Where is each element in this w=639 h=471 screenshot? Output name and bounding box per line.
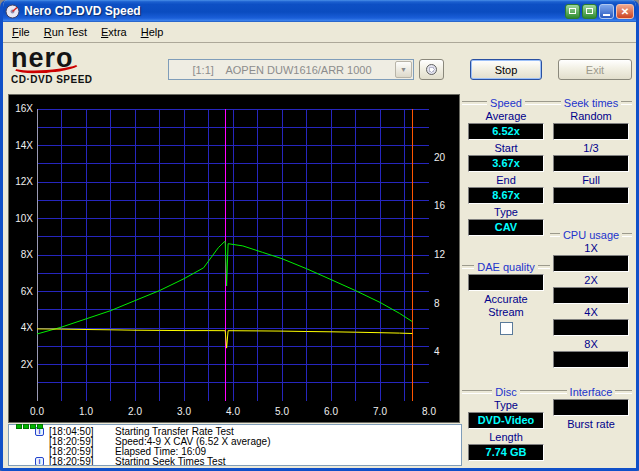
- y-axis-tick: 12X: [9, 176, 33, 187]
- burst-rate-value-box: [553, 399, 629, 416]
- cpu-label-8x: 8X: [550, 338, 632, 350]
- progress-segment: [16, 424, 22, 429]
- seek-panel-header: Seek times: [550, 96, 632, 109]
- transfer-rate-chart: 2X4X6X8X10X12X14X16X0.01.02.03.04.05.06.…: [8, 94, 460, 423]
- speed-panel-title: Speed: [490, 97, 522, 109]
- drive-select-arrow-button[interactable]: ▼: [395, 61, 412, 78]
- y2-axis-tick: 16: [434, 200, 454, 211]
- drive-select[interactable]: [1:1] AOPEN DUW1616/ARR 1000 ▼: [168, 59, 414, 80]
- titlebar-green-button-2[interactable]: [582, 4, 597, 19]
- speed-panel-header: Speed: [462, 96, 550, 109]
- seek-times-panel: Seek times Random1/3Full: [550, 96, 632, 206]
- stop-button[interactable]: Stop: [470, 59, 542, 80]
- dae-quality-panel: DAE quality Accurate Stream: [462, 260, 550, 335]
- exit-button[interactable]: Exit: [558, 59, 632, 80]
- menu-bar: FileRun TestExtraHelp: [3, 22, 636, 43]
- log-timestamp: [18:20:59]: [49, 456, 115, 467]
- x-axis-tick: 1.0: [71, 406, 101, 417]
- info-icon: i: [35, 457, 44, 466]
- y-axis-tick: 6X: [9, 286, 33, 297]
- interface-panel-title: Interface: [570, 386, 613, 398]
- y-axis-tick: 4X: [9, 322, 33, 333]
- window-title: Nero CD-DVD Speed: [24, 4, 565, 18]
- x-axis-tick: 5.0: [267, 406, 297, 417]
- chart-plot: [37, 109, 429, 401]
- drive-select-value: [1:1] AOPEN DUW1616/ARR 1000: [169, 64, 395, 76]
- speed-value-average: 6.52x: [468, 123, 544, 140]
- menu-item-run-test[interactable]: Run Test: [37, 23, 94, 42]
- cpu-label-2x: 2X: [550, 274, 632, 286]
- interface-panel: Interface Burst rate: [550, 385, 632, 430]
- minimize-icon: [603, 14, 610, 16]
- eject-button[interactable]: [419, 59, 444, 80]
- disc-panel-header: Disc: [462, 385, 550, 398]
- accurate-stream-label-line1: Accurate: [462, 293, 550, 305]
- x-axis-tick: 8.0: [414, 406, 444, 417]
- progress-segment: [23, 424, 29, 429]
- disc-value-length: 7.74 GB: [468, 444, 544, 461]
- progress-segment: [30, 424, 36, 429]
- window-controls: ✕: [565, 4, 634, 19]
- y-axis-tick: 8X: [9, 249, 33, 260]
- menu-item-extra[interactable]: Extra: [94, 23, 134, 42]
- log-row[interactable]: i[18:04:50]Starting Transfer Rate Test: [9, 426, 461, 436]
- series-rotation-speed: [37, 329, 412, 348]
- progress-indicator: [16, 424, 43, 430]
- y2-axis-tick: 12: [434, 249, 454, 260]
- nero-logo: nero CD·DVD SPEED: [11, 45, 161, 91]
- disc-panel-title: Disc: [495, 386, 516, 398]
- titlebar-green-button-1[interactable]: [565, 4, 580, 19]
- seek-value-full: [553, 187, 629, 204]
- y2-axis-tick: 4: [434, 346, 454, 357]
- log-row[interactable]: [18:20:59]Speed:4-9 X CAV (6.52 X averag…: [9, 436, 461, 446]
- y-axis-tick: 14X: [9, 140, 33, 151]
- progress-segment: [37, 424, 43, 429]
- speed-label-end: End: [462, 174, 550, 186]
- close-icon: ✕: [621, 5, 629, 18]
- x-axis-tick: 0.0: [22, 406, 52, 417]
- dae-quality-value-box: [468, 274, 544, 291]
- speed-label-start: Start: [462, 142, 550, 154]
- dae-panel-title: DAE quality: [477, 261, 534, 273]
- log-row[interactable]: [18:20:59]Elapsed Time: 16:09: [9, 446, 461, 456]
- app-icon: [5, 4, 20, 19]
- disc-label-type: Type: [462, 399, 550, 411]
- close-button[interactable]: ✕: [616, 4, 634, 19]
- seek-value-1-3: [553, 155, 629, 172]
- burst-rate-label: Burst rate: [550, 418, 632, 430]
- disc-label-length: Length: [462, 431, 550, 443]
- log-message: Starting Seek Times Test: [115, 456, 461, 467]
- accurate-stream-checkbox[interactable]: [500, 322, 513, 335]
- cpu-value-2x: [553, 287, 629, 304]
- accurate-stream-label-line2: Stream: [462, 306, 550, 318]
- disc-panel: Disc TypeDVD-VideoLength7.74 GB: [462, 385, 550, 463]
- cpu-usage-panel: CPU usage 1X2X4X8X: [550, 228, 632, 370]
- y-axis-tick: 16X: [9, 103, 33, 114]
- chevron-down-icon: ▼: [400, 66, 407, 73]
- cpu-panel-header: CPU usage: [550, 228, 632, 241]
- titlebar[interactable]: Nero CD-DVD Speed ✕: [0, 0, 639, 22]
- disc-icon: [426, 64, 437, 75]
- log-row[interactable]: i[18:20:59]Starting Seek Times Test: [9, 456, 461, 466]
- interface-panel-header: Interface: [550, 385, 632, 398]
- logo-product: CD·DVD SPEED: [11, 74, 161, 85]
- y2-axis-tick: 20: [434, 152, 454, 163]
- log-icon-cell: i: [35, 457, 49, 466]
- x-axis-tick: 7.0: [365, 406, 395, 417]
- cpu-value-1x: [553, 255, 629, 272]
- minimize-button[interactable]: [599, 4, 614, 19]
- seek-value-random: [553, 123, 629, 140]
- cpu-value-8x: [553, 351, 629, 368]
- menu-item-file[interactable]: File: [5, 23, 37, 42]
- seek-panel-title: Seek times: [564, 97, 618, 109]
- cpu-panel-title: CPU usage: [563, 229, 619, 241]
- speed-value-end: 8.67x: [468, 187, 544, 204]
- speed-value-type: CAV: [468, 219, 544, 236]
- cpu-label-1x: 1X: [550, 242, 632, 254]
- cpu-label-4x: 4X: [550, 306, 632, 318]
- x-axis-tick: 2.0: [120, 406, 150, 417]
- speed-label-type: Type: [462, 206, 550, 218]
- y-axis-tick: 2X: [9, 359, 33, 370]
- seek-label-random: Random: [550, 110, 632, 122]
- menu-item-help[interactable]: Help: [134, 23, 171, 42]
